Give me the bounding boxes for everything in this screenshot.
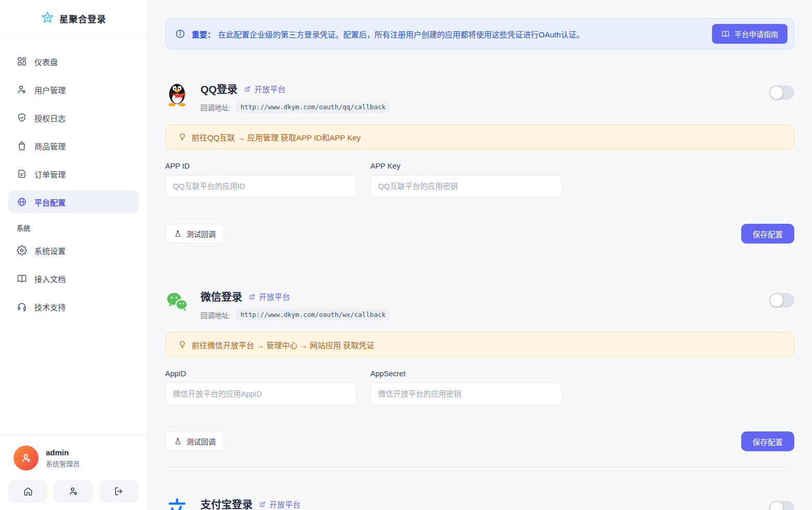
external-link-icon: [259, 501, 266, 508]
tip-box: 前往QQ互联 → 应用管理 获取APP ID和APP Key: [165, 124, 794, 149]
sidebar-item-label: 平台配置: [34, 197, 66, 208]
user-settings-icon: [17, 84, 27, 95]
provider-title: 微信登录: [201, 289, 242, 304]
shield-icon: [17, 112, 27, 123]
provider-title: 支付宝登录: [201, 496, 253, 510]
banner-prefix: 重要：: [192, 30, 215, 39]
user-panel: admin 系统管理员: [0, 435, 147, 510]
test-callback-button[interactable]: 测试回调: [165, 224, 224, 244]
tip-box: 前往微信开放平台 → 管理中心 → 网站应用 获取凭证: [165, 332, 794, 357]
dashboard-icon: [17, 56, 27, 67]
field-appsecret: AppSecret: [370, 369, 562, 405]
external-link-icon: [244, 85, 251, 93]
test-callback-button[interactable]: 测试回调: [165, 431, 224, 451]
banner-message: 在此配置企业级的第三方登录凭证。配置后，所有注册用户创建的应用都将使用这些凭证进…: [218, 30, 584, 39]
user-settings-icon: [68, 486, 79, 496]
tip-text: 前往QQ互联 → 应用管理 获取APP ID和APP Key: [192, 132, 361, 143]
open-platform-link[interactable]: 开放平台: [244, 83, 285, 94]
globe-icon: [17, 197, 27, 207]
shopping-bag-icon: [17, 141, 27, 151]
callback-url: http://www.dkym.com/oauth/qq/callback: [235, 101, 391, 113]
callback-url: http://www.dkym.com/oauth/wx/callback: [235, 309, 391, 321]
profile-settings-button[interactable]: [54, 480, 93, 503]
field-label: APP ID: [165, 162, 357, 170]
brand-header: 星聚合登录: [0, 0, 147, 37]
open-platform-link[interactable]: 开放平台: [248, 291, 290, 302]
callback-label: 回调地址:: [201, 102, 231, 112]
field-label: AppSecret: [370, 369, 562, 378]
user-role: 系统管理员: [46, 458, 80, 468]
app-root: 星聚合登录 仪表盘 用户管理 授权日志: [0, 0, 812, 510]
open-platform-link[interactable]: 开放平台: [259, 499, 301, 509]
book-icon: [721, 30, 730, 38]
avatar: [14, 445, 39, 470]
sidebar-item-orders[interactable]: 订单管理: [8, 162, 139, 185]
gear-icon: [17, 245, 27, 256]
sidebar-item-label: 接入文档: [34, 273, 66, 284]
toggle-knob: [770, 86, 783, 99]
save-config-button[interactable]: 保存配置: [741, 431, 794, 451]
platform-guide-button[interactable]: 平台申请指南: [712, 24, 788, 44]
sidebar-item-label: 订单管理: [34, 169, 66, 180]
field-label: AppID: [165, 369, 357, 378]
sidebar-item-auth-logs[interactable]: 授权日志: [8, 106, 139, 129]
brand-title: 星聚合登录: [59, 12, 106, 25]
sidebar-item-label: 用户管理: [34, 84, 66, 95]
banner-text: 重要：在此配置企业级的第三方登录凭证。配置后，所有注册用户创建的应用都将使用这些…: [192, 29, 712, 40]
user-actions: [8, 480, 139, 503]
sidebar-item-label: 技术支持: [34, 301, 66, 312]
qq-logo-icon: [165, 81, 189, 107]
app-id-input[interactable]: [165, 175, 357, 198]
logout-icon: [114, 486, 124, 496]
home-button[interactable]: [8, 480, 47, 503]
info-banner: 重要：在此配置企业级的第三方登录凭证。配置后，所有注册用户创建的应用都将使用这些…: [165, 18, 794, 49]
sidebar-section-label: 系统: [17, 223, 139, 233]
sidebar-item-label: 系统设置: [34, 245, 66, 256]
sidebar: 星聚合登录 仪表盘 用户管理 授权日志: [0, 0, 147, 510]
sidebar-item-support[interactable]: 技术支持: [8, 295, 139, 318]
callback-label: 回调地址:: [201, 310, 231, 320]
book-icon: [17, 273, 27, 284]
home-icon: [23, 486, 33, 496]
sidebar-item-system-settings[interactable]: 系统设置: [8, 239, 139, 262]
provider-section-alipay: 支付宝登录 开放平台 回调地址: http://www.dkym.com/oau…: [165, 467, 794, 510]
toggle-knob: [770, 294, 783, 307]
bulb-icon: [178, 340, 186, 349]
enable-toggle[interactable]: [769, 85, 794, 100]
save-config-button[interactable]: 保存配置: [741, 224, 794, 244]
appid-input[interactable]: [165, 382, 357, 405]
flask-icon: [174, 438, 182, 445]
enable-toggle[interactable]: [769, 501, 794, 510]
sidebar-item-docs[interactable]: 接入文档: [8, 267, 139, 290]
alipay-logo-icon: [165, 496, 189, 510]
sidebar-item-label: 商品管理: [34, 141, 66, 151]
appsecret-input[interactable]: [370, 382, 562, 405]
logout-button[interactable]: [99, 480, 139, 503]
headset-icon: [17, 301, 27, 312]
provider-section-wechat: 微信登录 开放平台 回调地址: http://www.dkym.com/oaut…: [165, 259, 794, 467]
user-name: admin: [46, 448, 80, 457]
document-icon: [17, 169, 27, 179]
bulb-icon: [178, 133, 186, 141]
user-info: admin 系统管理员: [8, 445, 139, 470]
info-icon: [175, 29, 185, 39]
sidebar-item-dashboard[interactable]: 仪表盘: [8, 50, 139, 73]
provider-section-qq: QQ登录 开放平台 回调地址: http://www.dkym.com/oaut…: [165, 66, 794, 259]
wechat-logo-icon: [165, 289, 189, 315]
star-icon: [41, 11, 54, 27]
sidebar-item-users[interactable]: 用户管理: [8, 78, 139, 101]
sidebar-item-platform-config[interactable]: 平台配置: [8, 190, 139, 213]
sidebar-item-products[interactable]: 商品管理: [8, 134, 139, 157]
flask-icon: [174, 230, 182, 238]
sidebar-item-label: 授权日志: [34, 112, 66, 123]
main-content: 重要：在此配置企业级的第三方登录凭证。配置后，所有注册用户创建的应用都将使用这些…: [147, 0, 812, 510]
external-link-icon: [248, 293, 256, 300]
field-appid: AppID: [165, 369, 357, 405]
field-app-key: APP Key: [370, 162, 562, 198]
app-key-input[interactable]: [370, 175, 562, 198]
field-label: APP Key: [370, 162, 562, 170]
field-app-id: APP ID: [165, 162, 357, 198]
toggle-knob: [770, 502, 783, 510]
enable-toggle[interactable]: [769, 293, 794, 308]
provider-title: QQ登录: [201, 81, 238, 96]
